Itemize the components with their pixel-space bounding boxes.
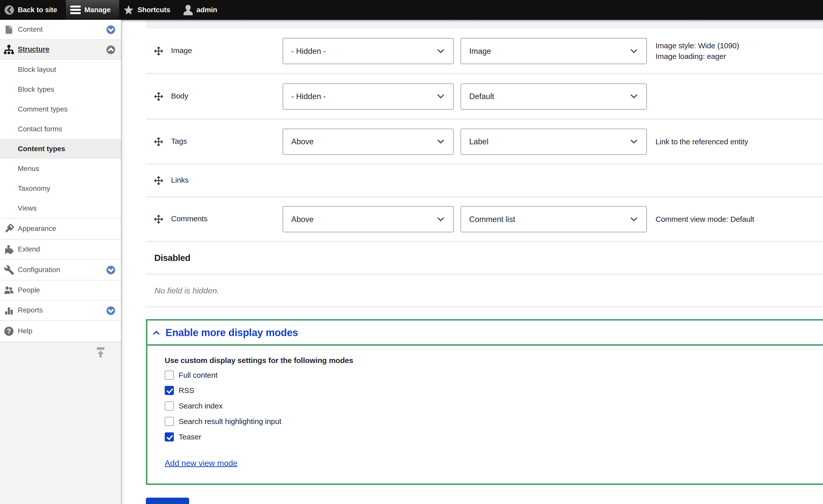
svg-text:?: ? [7, 327, 11, 335]
